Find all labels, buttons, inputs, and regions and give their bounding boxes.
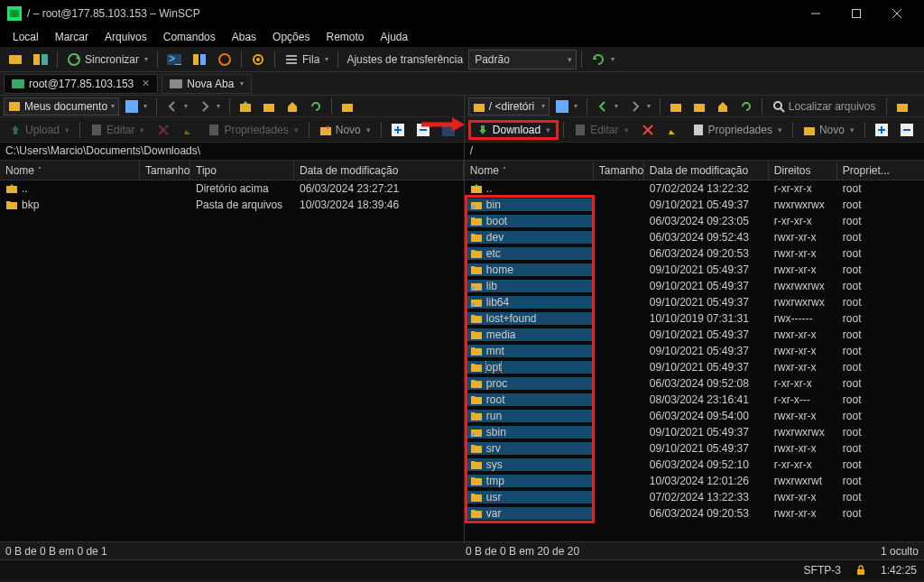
remote-props-button[interactable]: Propriedades▾ xyxy=(687,120,788,140)
table-row[interactable]: boot06/03/2024 09:23:05r-xr-xr-xroot xyxy=(465,213,924,229)
remote-dir-combo[interactable]: / <diretóri▾ xyxy=(468,97,550,115)
remote-filter-icon[interactable]: ▾ xyxy=(551,97,582,116)
table-row[interactable]: bin09/10/2021 05:49:37rwxrwxrwxroot xyxy=(465,197,924,213)
table-row[interactable]: proc06/03/2024 09:52:08r-xr-xr-xroot xyxy=(465,375,924,392)
table-row[interactable]: bkpPasta de arquivos10/03/2024 18:39:46 xyxy=(0,197,464,213)
local-back-icon[interactable]: ▾ xyxy=(162,97,192,116)
local-invert-icon[interactable] xyxy=(437,120,460,140)
queue-button[interactable]: Fila▾ xyxy=(280,50,333,69)
table-row[interactable]: opt09/10/2021 05:49:37rwxr-xr-xroot xyxy=(465,359,924,375)
local-filter-icon[interactable]: ▾ xyxy=(121,97,152,116)
sync-dir-icon[interactable] xyxy=(213,50,236,69)
table-row[interactable]: var06/03/2024 09:20:53rwxr-xr-xroot xyxy=(465,505,924,522)
remote-plus-icon[interactable] xyxy=(870,120,893,140)
address-icon[interactable] xyxy=(4,50,27,69)
local-home-icon[interactable] xyxy=(282,97,303,116)
col-mod[interactable]: Data de modificação xyxy=(294,161,464,180)
local-rename-icon[interactable] xyxy=(177,120,200,140)
session-tab[interactable]: root@177.85.103.153 ✕ xyxy=(4,74,158,94)
upload-button[interactable]: Upload▾ xyxy=(4,120,75,140)
table-row[interactable]: dev06/03/2024 09:52:43rwxr-xr-xroot xyxy=(465,229,924,245)
col-mod[interactable]: Data de modificação xyxy=(644,161,769,180)
remote-root-icon[interactable] xyxy=(688,97,710,116)
menu-item[interactable]: Remoto xyxy=(319,29,371,45)
remote-file-list[interactable]: ..07/02/2024 13:22:32r-xr-xr-xrootbin09/… xyxy=(465,180,924,541)
remote-refresh-icon[interactable] xyxy=(735,97,757,116)
menu-item[interactable]: Opções xyxy=(265,29,317,45)
local-delete-icon[interactable] xyxy=(152,120,175,140)
local-bookmark-icon[interactable] xyxy=(337,97,358,116)
table-row[interactable]: root08/03/2024 23:16:41r-xr-x---root xyxy=(465,392,924,408)
menu-item[interactable]: Marcar xyxy=(48,29,96,45)
menu-item[interactable]: Arquivos xyxy=(97,29,154,45)
remote-rename-icon[interactable] xyxy=(661,120,685,140)
find-files-button[interactable]: Localizar arquivos xyxy=(767,97,882,116)
refresh-icon[interactable]: ▾ xyxy=(587,50,619,69)
sync-button[interactable]: Sincronizar▾ xyxy=(62,50,152,69)
table-row[interactable]: etc06/03/2024 09:20:53rwxr-xr-xroot xyxy=(465,245,924,262)
settings-icon[interactable] xyxy=(246,50,270,69)
table-row[interactable]: home09/10/2021 05:49:37rwxr-xr-xroot xyxy=(465,262,924,278)
table-row[interactable]: srv09/10/2021 05:49:37rwxr-xr-xroot xyxy=(465,440,924,457)
col-name[interactable]: Nome˄ xyxy=(0,161,140,180)
remote-up-icon[interactable] xyxy=(665,97,687,116)
menu-item[interactable]: Ajuda xyxy=(374,29,416,45)
col-owner[interactable]: Propriet... xyxy=(837,161,924,180)
local-edit-button[interactable]: Editar▾ xyxy=(85,120,150,140)
local-root-icon[interactable] xyxy=(258,97,280,116)
local-new-button[interactable]: *Novo▾ xyxy=(314,120,376,140)
col-size[interactable]: Tamanho xyxy=(140,161,190,180)
console-icon[interactable]: >_ xyxy=(162,50,186,69)
table-row[interactable]: usr07/02/2024 13:22:33rwxr-xr-xroot xyxy=(465,489,924,505)
download-button[interactable]: Download▾ xyxy=(468,120,559,140)
remote-new-button[interactable]: Novo▾ xyxy=(798,120,860,140)
menu-item[interactable]: Abas xyxy=(225,29,263,45)
remote-forward-icon[interactable]: ▾ xyxy=(624,97,655,116)
col-name[interactable]: Nome˄ xyxy=(465,161,594,180)
local-path[interactable]: C:\Users\Marcio\Documents\Downloads\ xyxy=(0,143,464,161)
close-button[interactable] xyxy=(876,0,917,27)
local-plus-icon[interactable] xyxy=(386,120,410,140)
remote-minus-icon[interactable] xyxy=(895,120,919,140)
menu-item[interactable]: Local xyxy=(5,29,46,45)
table-row[interactable]: sbin09/10/2021 05:49:37rwxrwxrwxroot xyxy=(465,424,924,440)
remote-edit-button[interactable]: Editar▾ xyxy=(568,120,633,140)
compare-icon[interactable] xyxy=(188,50,211,69)
remote-home-icon[interactable] xyxy=(712,97,734,116)
local-file-list[interactable]: ..Diretório acima06/03/2024 23:27:21bkpP… xyxy=(0,180,464,541)
tab-close-icon[interactable]: ✕ xyxy=(142,78,150,89)
remote-invert-icon[interactable] xyxy=(920,120,924,140)
sync-browse-icon[interactable] xyxy=(29,50,52,69)
svg-rect-23 xyxy=(240,104,251,112)
table-row[interactable]: run06/03/2024 09:54:00rwxr-xr-xroot xyxy=(465,408,924,424)
minimize-button[interactable] xyxy=(795,0,836,27)
new-tab-button[interactable]: Nova Aba▾ xyxy=(162,74,252,94)
menu-item[interactable]: Comandos xyxy=(156,29,223,45)
table-row[interactable]: lib6409/10/2021 05:49:37rwxrwxrwxroot xyxy=(465,294,924,310)
local-forward-icon[interactable]: ▾ xyxy=(194,97,225,116)
remote-back-icon[interactable]: ▾ xyxy=(592,97,623,116)
svg-rect-18 xyxy=(286,62,297,64)
local-refresh-icon[interactable] xyxy=(305,97,327,116)
table-row[interactable]: mnt09/10/2021 05:49:37rwxr-xr-xroot xyxy=(465,343,924,359)
local-drive-combo[interactable]: Meus documento▾ xyxy=(4,97,119,115)
table-row[interactable]: ..07/02/2024 13:22:32r-xr-xr-xroot xyxy=(465,180,924,197)
svg-rect-6 xyxy=(9,55,22,64)
transfer-preset-combo[interactable]: Padrão xyxy=(468,50,577,69)
table-row[interactable]: ..Diretório acima06/03/2024 23:27:21 xyxy=(0,180,464,197)
maximize-button[interactable] xyxy=(836,0,876,27)
col-type[interactable]: Tipo xyxy=(190,161,294,180)
table-row[interactable]: sys06/03/2024 09:52:10r-xr-xr-xroot xyxy=(465,457,924,473)
col-rights[interactable]: Direitos xyxy=(769,161,837,180)
remote-delete-icon[interactable] xyxy=(636,120,660,140)
local-minus-icon[interactable] xyxy=(411,120,435,140)
table-row[interactable]: tmp10/03/2024 12:01:26rwxrwxrwtroot xyxy=(465,473,924,489)
remote-path[interactable]: / xyxy=(465,143,924,161)
col-size[interactable]: Tamanho xyxy=(594,161,644,180)
table-row[interactable]: lib09/10/2021 05:49:37rwxrwxrwxroot xyxy=(465,278,924,294)
table-row[interactable]: lost+found10/10/2019 07:31:31rwx------ro… xyxy=(465,310,924,327)
table-row[interactable]: media09/10/2021 05:49:37rwxr-xr-xroot xyxy=(465,327,924,343)
local-props-button[interactable]: Propriedades▾ xyxy=(202,120,303,140)
local-up-icon[interactable] xyxy=(235,97,256,116)
remote-bookmark-icon[interactable] xyxy=(892,97,913,116)
